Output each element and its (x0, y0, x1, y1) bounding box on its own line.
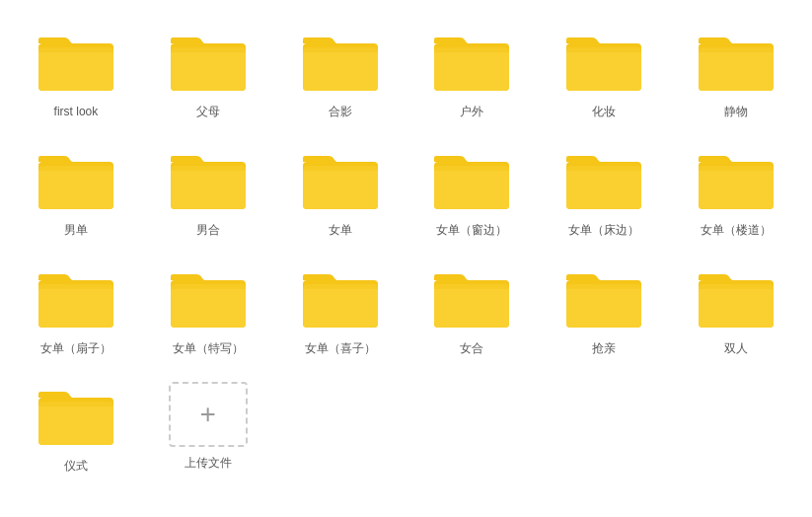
folder-icon (301, 264, 380, 332)
svg-rect-35 (699, 166, 774, 171)
folder-icon (697, 146, 775, 214)
folder-label: 仪式 (64, 458, 88, 475)
folder-icon (301, 146, 380, 214)
svg-rect-17 (699, 47, 774, 52)
svg-rect-34 (699, 166, 774, 209)
svg-rect-56 (38, 402, 113, 406)
svg-rect-46 (434, 284, 509, 328)
svg-rect-43 (303, 284, 378, 328)
folder-item-heying[interactable]: 合影 (274, 20, 406, 128)
folder-item-nvdan-chuangbian[interactable]: 女单（窗边） (406, 138, 538, 247)
svg-rect-38 (38, 284, 113, 289)
folder-icon (301, 28, 380, 96)
folder-label: 化妆 (592, 104, 616, 120)
folder-item-nvdan-chuangbian2[interactable]: 女单（床边） (538, 138, 670, 247)
folder-label: 女单（床边） (568, 222, 639, 239)
folder-icon (37, 146, 115, 214)
folder-item-nvdan-texie[interactable]: 女单（特写） (142, 257, 274, 365)
upload-icon: + (169, 382, 248, 447)
folder-icon (37, 264, 115, 332)
svg-rect-5 (171, 47, 246, 52)
folder-icon (432, 28, 511, 96)
folder-label: 父母 (196, 104, 220, 120)
svg-rect-50 (566, 284, 641, 289)
folder-grid: first look 父母 合影 户外 化妆 (0, 0, 812, 502)
folder-label: 女单（扇子） (40, 340, 111, 357)
folder-item-shuangren[interactable]: 双人 (670, 257, 802, 365)
folder-label: 户外 (460, 104, 483, 120)
folder-icon (564, 28, 643, 96)
folder-item-nvdan-shanzi[interactable]: 女单（扇子） (10, 257, 142, 365)
folder-label: 女单（喜子） (305, 340, 376, 357)
folder-icon (432, 146, 511, 214)
folder-item-huazhuang[interactable]: 化妆 (538, 20, 670, 128)
svg-rect-53 (699, 284, 774, 289)
svg-rect-41 (171, 284, 246, 289)
svg-rect-4 (171, 47, 246, 91)
folder-label: 双人 (724, 340, 748, 357)
folder-item-nandan[interactable]: 男单 (10, 138, 142, 247)
svg-rect-2 (38, 47, 113, 52)
folder-item-first-look[interactable]: first look (10, 20, 142, 128)
svg-rect-52 (699, 284, 774, 328)
folder-item-nanhe[interactable]: 男合 (142, 138, 274, 247)
folder-icon (169, 264, 248, 332)
folder-item-nvdan[interactable]: 女单 (274, 138, 406, 247)
folder-label: 静物 (724, 104, 748, 120)
folder-item-nvdan-xizi[interactable]: 女单（喜子） (274, 257, 406, 365)
folder-icon (169, 28, 248, 96)
folder-item-fumu[interactable]: 父母 (142, 20, 274, 128)
svg-rect-28 (434, 166, 509, 209)
svg-rect-44 (303, 284, 378, 289)
svg-rect-32 (566, 166, 641, 171)
folder-label: 合影 (329, 104, 352, 120)
svg-rect-47 (434, 284, 509, 289)
folder-label: 女单（特写） (173, 340, 244, 357)
svg-rect-7 (303, 47, 378, 91)
svg-rect-14 (566, 47, 641, 52)
folder-label: 女单 (329, 222, 352, 239)
folder-label: 男单 (64, 222, 88, 239)
svg-rect-19 (38, 166, 113, 209)
svg-rect-16 (699, 47, 774, 91)
svg-rect-13 (566, 47, 641, 91)
svg-rect-23 (171, 166, 246, 171)
svg-rect-22 (171, 166, 246, 209)
folder-item-nvdan-loudao[interactable]: 女单（楼道） (670, 138, 802, 247)
svg-rect-40 (171, 284, 246, 328)
folder-label: first look (54, 104, 99, 120)
folder-item-yishi[interactable]: 仪式 (10, 374, 142, 482)
upload-label: 上传文件 (185, 455, 232, 472)
folder-icon (169, 146, 248, 214)
folder-icon (37, 28, 115, 96)
upload-button[interactable]: +上传文件 (142, 374, 274, 482)
folder-label: 男合 (196, 222, 220, 239)
folder-icon (564, 264, 643, 332)
svg-rect-11 (434, 47, 509, 52)
folder-icon (697, 264, 775, 332)
folder-label: 女单（窗边） (436, 222, 507, 239)
folder-item-nvhe[interactable]: 女合 (406, 257, 538, 365)
svg-rect-20 (38, 166, 113, 171)
folder-icon (697, 28, 775, 96)
svg-rect-37 (38, 284, 113, 328)
folder-icon (564, 146, 643, 214)
svg-rect-31 (566, 166, 641, 209)
svg-rect-49 (566, 284, 641, 328)
svg-rect-8 (303, 47, 378, 52)
folder-item-jingwu[interactable]: 静物 (670, 20, 802, 128)
svg-rect-1 (38, 47, 113, 91)
folder-label: 女单（楼道） (701, 222, 772, 239)
svg-rect-10 (434, 47, 509, 91)
folder-label: 抢亲 (592, 340, 616, 357)
folder-icon (432, 264, 511, 332)
svg-rect-29 (434, 166, 509, 171)
svg-rect-25 (303, 166, 378, 209)
svg-rect-26 (303, 166, 378, 171)
folder-label: 女合 (460, 340, 483, 357)
folder-item-huwai[interactable]: 户外 (406, 20, 538, 128)
folder-icon (37, 382, 115, 450)
folder-item-qiangqin[interactable]: 抢亲 (538, 257, 670, 365)
svg-rect-55 (38, 402, 113, 445)
